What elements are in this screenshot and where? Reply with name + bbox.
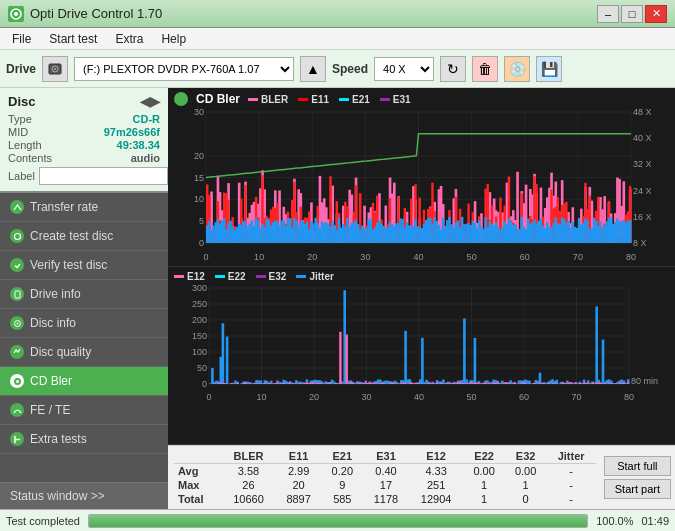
stats-buttons: Start full Start part <box>604 456 671 499</box>
legend-e22-label: E22 <box>228 271 246 282</box>
stats-header-e12: E12 <box>409 449 463 464</box>
legend-e21: E21 <box>339 94 370 105</box>
stats-max-e21: 9 <box>322 478 364 492</box>
status-window-button[interactable]: Status window >> <box>0 482 168 509</box>
stats-total-bler: 10660 <box>221 492 275 506</box>
stats-area: BLER E11 E21 E31 E12 E22 E32 Jitter Avg … <box>168 445 675 509</box>
legend-e32-label: E32 <box>269 271 287 282</box>
stats-label-total: Total <box>174 492 221 506</box>
burn-button[interactable]: 💿 <box>504 56 530 82</box>
menu-start-test[interactable]: Start test <box>41 30 105 48</box>
maximize-button[interactable]: □ <box>621 5 643 23</box>
window-controls: – □ ✕ <box>597 5 667 23</box>
legend-e31: E31 <box>380 94 411 105</box>
chart1-title: CD Bler <box>196 92 240 106</box>
verify-test-disc-icon <box>10 258 24 272</box>
type-label: Type <box>8 113 32 125</box>
speed-label: Speed <box>332 62 368 76</box>
stats-max-e32: 1 <box>505 478 547 492</box>
disc-nav-arrows[interactable]: ◀▶ <box>140 94 160 109</box>
chart1-canvas <box>174 108 671 263</box>
menubar: File Start test Extra Help <box>0 28 675 50</box>
statusbar: Test completed 100.0% 01:49 <box>0 509 675 531</box>
refresh-button[interactable]: ↻ <box>440 56 466 82</box>
menu-extra[interactable]: Extra <box>107 30 151 48</box>
sidebar-item-cd-bler[interactable]: CD Bler <box>0 367 168 396</box>
transfer-rate-icon <box>10 200 24 214</box>
disc-quality-icon <box>10 345 24 359</box>
status-text: Test completed <box>6 515 80 527</box>
stats-label-avg: Avg <box>174 464 221 479</box>
stats-max-e22: 1 <box>463 478 505 492</box>
menu-file[interactable]: File <box>4 30 39 48</box>
progress-bar <box>88 514 588 528</box>
sidebar-item-extra-tests[interactable]: Extra tests <box>0 425 168 454</box>
stats-total-e31: 1178 <box>363 492 409 506</box>
stats-max-e11: 20 <box>276 478 322 492</box>
legend-e12: E12 <box>174 271 205 282</box>
contents-value: audio <box>131 152 160 164</box>
stats-avg-e31: 0.40 <box>363 464 409 479</box>
drive-info-icon <box>10 287 24 301</box>
app-icon <box>8 6 24 22</box>
main-area: Disc ◀▶ Type CD-R MID 97m26s66f Length 4… <box>0 88 675 509</box>
chart1-legend: BLER E11 E21 E31 <box>248 94 411 105</box>
stats-avg-e32: 0.00 <box>505 464 547 479</box>
status-time: 01:49 <box>641 515 669 527</box>
chart1-section: CD Bler BLER E11 E21 E31 <box>168 88 675 267</box>
drive-select[interactable]: (F:) PLEXTOR DVDR PX-760A 1.07 <box>74 57 294 81</box>
sidebar-nav: Transfer rate Create test disc Verify te… <box>0 193 168 482</box>
status-percent: 100.0% <box>596 515 633 527</box>
legend-e12-label: E12 <box>187 271 205 282</box>
create-test-disc-icon <box>10 229 24 243</box>
chart2-canvas <box>174 284 671 402</box>
disc-panel: Disc ◀▶ Type CD-R MID 97m26s66f Length 4… <box>0 88 168 193</box>
minimize-button[interactable]: – <box>597 5 619 23</box>
svg-rect-6 <box>15 291 20 298</box>
stats-total-e11: 8897 <box>276 492 322 506</box>
sidebar-label-extra-tests: Extra tests <box>30 432 87 446</box>
progress-bar-fill <box>89 515 587 527</box>
start-full-button[interactable]: Start full <box>604 456 671 476</box>
stats-header-bler: BLER <box>221 449 275 464</box>
sidebar-item-disc-quality[interactable]: Disc quality <box>0 338 168 367</box>
drive-icon-btn[interactable] <box>42 56 68 82</box>
status-window-label: Status window >> <box>10 489 105 503</box>
legend-e11-label: E11 <box>311 94 329 105</box>
svg-point-4 <box>54 68 56 70</box>
speed-select[interactable]: 40 X8 X16 X24 X32 X48 XMAX <box>374 57 434 81</box>
legend-e21-label: E21 <box>352 94 370 105</box>
sidebar-item-transfer-rate[interactable]: Transfer rate <box>0 193 168 222</box>
sidebar-item-verify-test-disc[interactable]: Verify test disc <box>0 251 168 280</box>
legend-e31-label: E31 <box>393 94 411 105</box>
sidebar-label-disc-quality: Disc quality <box>30 345 91 359</box>
sidebar-item-disc-info[interactable]: Disc info <box>0 309 168 338</box>
start-part-button[interactable]: Start part <box>604 479 671 499</box>
stats-header-row-label <box>174 449 221 464</box>
legend-e11: E11 <box>298 94 329 105</box>
sidebar-label-verify-test-disc: Verify test disc <box>30 258 107 272</box>
eject-button[interactable]: ▲ <box>300 56 326 82</box>
legend-e32: E32 <box>256 271 287 282</box>
erase-button[interactable]: 🗑 <box>472 56 498 82</box>
svg-point-5 <box>14 233 20 239</box>
sidebar-item-drive-info[interactable]: Drive info <box>0 280 168 309</box>
stats-avg-bler: 3.58 <box>221 464 275 479</box>
stats-label-max: Max <box>174 478 221 492</box>
legend-bler-label: BLER <box>261 94 288 105</box>
save-button[interactable]: 💾 <box>536 56 562 82</box>
stats-max-jitter: - <box>546 478 595 492</box>
sidebar-item-create-test-disc[interactable]: Create test disc <box>0 222 168 251</box>
type-value: CD-R <box>133 113 161 125</box>
sidebar-item-fe-te[interactable]: FE / TE <box>0 396 168 425</box>
stats-row-total: Total 10660 8897 585 1178 12904 1 0 - <box>174 492 596 506</box>
stats-max-e31: 17 <box>363 478 409 492</box>
stats-avg-e22: 0.00 <box>463 464 505 479</box>
sidebar-label-drive-info: Drive info <box>30 287 81 301</box>
disc-label-input[interactable] <box>39 167 168 185</box>
menu-help[interactable]: Help <box>153 30 194 48</box>
mid-value: 97m26s66f <box>104 126 160 138</box>
stats-max-e12: 251 <box>409 478 463 492</box>
close-button[interactable]: ✕ <box>645 5 667 23</box>
stats-max-bler: 26 <box>221 478 275 492</box>
